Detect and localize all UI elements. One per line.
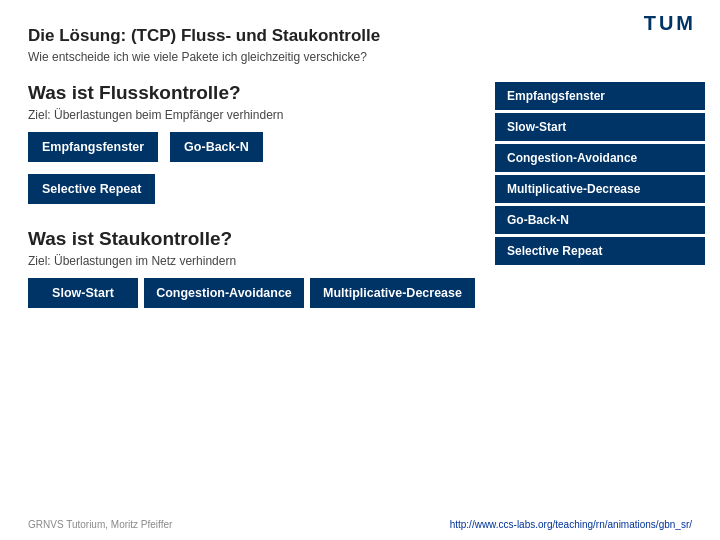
staukontrolle-btn-row: Slow-Start Congestion-Avoidance Multipli…: [28, 278, 475, 308]
right-item-4[interactable]: Go-Back-N: [495, 206, 705, 234]
page-subtitle: Wie entscheide ich wie viele Pakete ich …: [28, 50, 692, 64]
empfangsfenster-button[interactable]: Empfangsfenster: [28, 132, 158, 162]
right-item-3[interactable]: Multiplicative-Decrease: [495, 175, 705, 203]
flusskontrolle-btn-row1: Empfangsfenster Go-Back-N: [28, 132, 475, 168]
right-item-2[interactable]: Congestion-Avoidance: [495, 144, 705, 172]
flusskontrolle-heading: Was ist Flusskontrolle?: [28, 82, 475, 104]
staukontrolle-section: Was ist Staukontrolle? Ziel: Überlastung…: [28, 228, 475, 308]
footer-link[interactable]: http://www.ccs-labs.org/teaching/rn/anim…: [450, 519, 692, 530]
right-item-1[interactable]: Slow-Start: [495, 113, 705, 141]
right-item-0[interactable]: Empfangsfenster: [495, 82, 705, 110]
congestion-avoidance-button[interactable]: Congestion-Avoidance: [144, 278, 304, 308]
flusskontrolle-btn-row2: Selective Repeat: [28, 174, 475, 210]
slow-start-button[interactable]: Slow-Start: [28, 278, 138, 308]
multiplicative-decrease-button[interactable]: Multiplicative-Decrease: [310, 278, 475, 308]
footer-left-text: GRNVS Tutorium, Moritz Pfeiffer: [28, 519, 172, 530]
page-title: Die Lösung: (TCP) Fluss- und Staukontrol…: [28, 26, 692, 46]
right-item-5[interactable]: Selective Repeat: [495, 237, 705, 265]
page: TUM Die Lösung: (TCP) Fluss- und Staukon…: [0, 0, 720, 540]
flusskontrolle-section: Was ist Flusskontrolle? Ziel: Überlastun…: [28, 82, 475, 210]
tum-logo: TUM: [644, 12, 696, 35]
flusskontrolle-sub: Ziel: Überlastungen beim Empfänger verhi…: [28, 108, 475, 122]
selective-repeat-button[interactable]: Selective Repeat: [28, 174, 155, 204]
left-column: Was ist Flusskontrolle? Ziel: Überlastun…: [28, 82, 475, 308]
content-area: Was ist Flusskontrolle? Ziel: Überlastun…: [28, 82, 692, 308]
footer: GRNVS Tutorium, Moritz Pfeiffer http://w…: [0, 519, 720, 530]
staukontrolle-heading: Was ist Staukontrolle?: [28, 228, 475, 250]
staukontrolle-sub: Ziel: Überlastungen im Netz verhindern: [28, 254, 475, 268]
go-back-n-button[interactable]: Go-Back-N: [170, 132, 263, 162]
right-column: Empfangsfenster Slow-Start Congestion-Av…: [495, 82, 705, 268]
